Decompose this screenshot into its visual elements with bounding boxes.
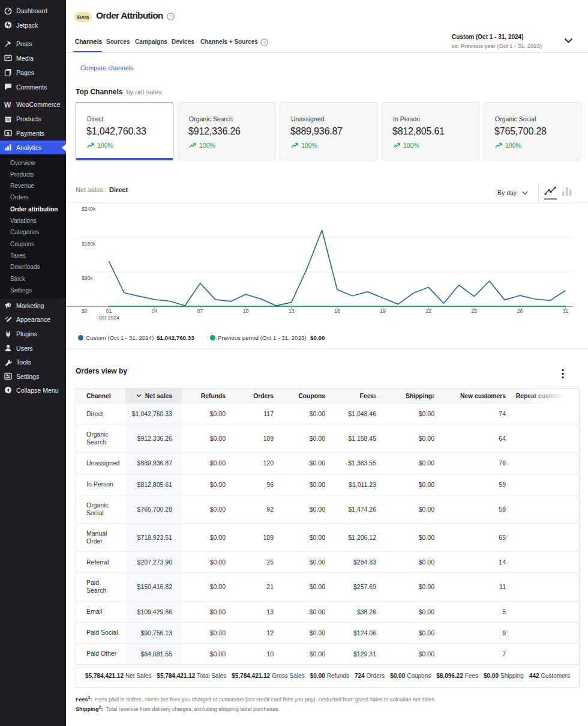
svg-text:Oct 2024: Oct 2024 [98, 315, 119, 321]
svg-text:25: 25 [472, 308, 478, 314]
svg-text:$240k: $240k [82, 206, 96, 212]
svg-text:22: 22 [425, 308, 431, 314]
svg-text:28: 28 [517, 308, 523, 314]
svg-text:?: ? [169, 14, 172, 19]
svg-text:31: 31 [563, 308, 569, 314]
svg-text:?: ? [263, 40, 266, 45]
svg-text:$80k: $80k [82, 275, 93, 281]
svg-text:$160k: $160k [82, 241, 96, 247]
svg-text:16: 16 [334, 308, 340, 314]
svg-text:W: W [4, 101, 11, 109]
svg-text:01: 01 [106, 308, 112, 314]
svg-text:19: 19 [380, 308, 386, 314]
svg-text:13: 13 [289, 308, 295, 314]
svg-text:07: 07 [197, 308, 203, 314]
svg-text:04: 04 [152, 308, 158, 314]
svg-text:$: $ [7, 131, 10, 136]
svg-text:10: 10 [243, 308, 249, 314]
svg-text:$0: $0 [82, 308, 88, 314]
